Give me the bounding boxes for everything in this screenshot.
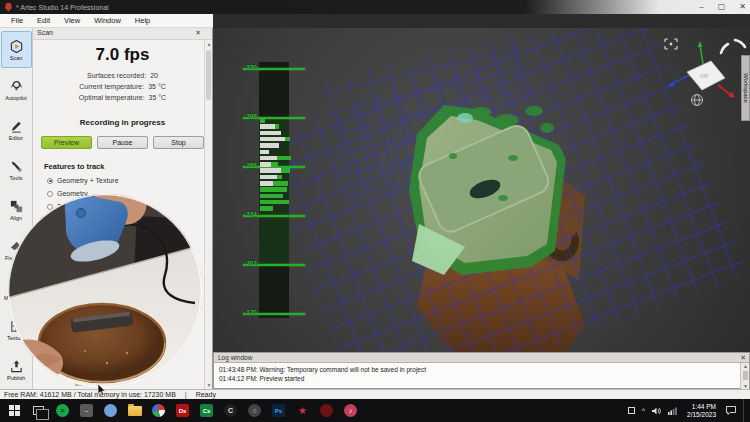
photoshop-glyph: Ps: [272, 404, 285, 417]
network-icon[interactable]: [668, 407, 677, 415]
sidebar-item-scan[interactable]: Scan: [1, 31, 32, 68]
sidebar-item-editor[interactable]: Editor: [1, 111, 32, 148]
taskbar-weather-cloud-icon[interactable]: [103, 403, 118, 418]
tablet-driver-glyph: –: [80, 404, 93, 417]
show-desktop-button[interactable]: [743, 399, 747, 422]
taskbar-photoshop-icon[interactable]: Ps: [271, 403, 286, 418]
rotate-view-icon[interactable]: [721, 40, 745, 53]
log-window-header[interactable]: Log window ✕: [214, 353, 749, 363]
log-scroll-thumb[interactable]: [743, 371, 748, 380]
taskbar-clock-app-icon[interactable]: ○: [247, 403, 262, 418]
histogram-bar: [260, 137, 290, 142]
taskbar-dark-red-app-icon[interactable]: [319, 403, 334, 418]
3d-viewport[interactable]: Top 330298266234202170 Workspace: [213, 28, 750, 352]
sidebar-item-label: Tools: [10, 175, 23, 181]
radio-icon[interactable]: [47, 178, 53, 184]
scan-buttons: PreviewPauseStop: [41, 136, 204, 149]
taskbar-browser-dark-icon[interactable]: C: [223, 403, 238, 418]
sidebar-item-autopilot[interactable]: Autopilot: [1, 71, 32, 108]
start-glyph: [9, 405, 20, 416]
taskbar-adobe-dx-icon[interactable]: Dx: [175, 403, 190, 418]
minimize-button[interactable]: –: [699, 0, 703, 14]
memory-status: Free RAM: 41612 MB / Total memory in use…: [4, 391, 176, 398]
scan-panel-header[interactable]: Scan ✕: [33, 28, 212, 40]
taskbar-task-view-icon[interactable]: [31, 403, 46, 418]
log-window: Log window ✕ 01:43:48 PM: Warning: Tempo…: [213, 352, 750, 389]
histogram-bar: [260, 200, 289, 205]
menu-edit[interactable]: Edit: [30, 14, 57, 28]
histogram-tick-label: 330: [241, 64, 257, 71]
close-button[interactable]: ✕: [739, 0, 746, 14]
volume-icon[interactable]: [652, 407, 661, 415]
taskbar-spotify-icon[interactable]: ≈: [55, 403, 70, 418]
stat-label: Surfaces recorded:: [87, 72, 146, 79]
clock-app-glyph: ○: [248, 404, 261, 417]
fps-readout: 7.0 fps: [33, 45, 212, 65]
artec-studio-window: * Artec Studio 14 Professional – ▢ ✕ Fil…: [0, 0, 750, 422]
taskbar-red-character-icon[interactable]: ★: [295, 403, 310, 418]
taskbar-music-pink-icon[interactable]: ♪: [343, 403, 358, 418]
panel-close-icon[interactable]: ✕: [195, 29, 201, 37]
log-line: 01:44:12 PM: Preview started: [219, 374, 737, 383]
weather-cloud-glyph: [104, 404, 117, 417]
histogram-tick-label: 298: [241, 113, 257, 120]
taskbar: ≈–DxCxC○Ps★♪ ^ 1:44 PM 2/15/2023: [0, 399, 750, 422]
webcam-overlay: [7, 193, 203, 389]
fit-view-icon[interactable]: [665, 39, 677, 49]
histogram-bar: [260, 150, 269, 155]
task-view-glyph: [33, 406, 44, 415]
editor-icon: [9, 119, 24, 134]
scanned-mesh: [409, 105, 566, 275]
mouse-cursor: [98, 384, 107, 396]
menu-file[interactable]: File: [4, 14, 30, 28]
log-scroll-up-icon[interactable]: ▲: [741, 363, 750, 369]
stat-row: Surfaces recorded:20: [87, 72, 158, 79]
histogram-bar: [260, 168, 290, 173]
taskbar-camtasia-cx-icon[interactable]: Cx: [199, 403, 214, 418]
panel-scrollbar[interactable]: ▲ ▼: [204, 40, 212, 389]
histogram-bar: [260, 131, 281, 136]
window-titlebar: * Artec Studio 14 Professional – ▢ ✕: [0, 0, 750, 14]
menu-window[interactable]: Window: [87, 14, 128, 28]
tray-chevron-icon[interactable]: ^: [642, 407, 645, 414]
taskbar-clock[interactable]: 1:44 PM 2/15/2023: [687, 403, 716, 418]
clock-time: 1:44 PM: [687, 403, 716, 411]
menu-help[interactable]: Help: [128, 14, 157, 28]
spotify-glyph: ≈: [56, 404, 69, 417]
ready-status: Ready: [196, 391, 216, 398]
sidebar-item-label: Scan: [10, 55, 23, 61]
workspace-tab[interactable]: Workspace: [741, 55, 750, 121]
taskbar-tablet-driver-icon[interactable]: –: [79, 403, 94, 418]
action-center-icon[interactable]: [726, 406, 736, 415]
histogram-tick-label: 202: [241, 260, 257, 267]
maximize-button[interactable]: ▢: [718, 0, 726, 14]
feature-option[interactable]: Geometry + Texture: [47, 177, 212, 184]
menu-row: FileEditViewWindowHelp: [0, 14, 750, 28]
depth-histogram: 330298266234202170: [241, 58, 319, 326]
scrollbar-thumb[interactable]: [206, 50, 211, 100]
log-messages: 01:43:48 PM: Warning: Temporary command …: [214, 363, 742, 389]
scroll-down-icon[interactable]: ▼: [205, 382, 213, 388]
taskbar-photos-icon[interactable]: [151, 403, 166, 418]
log-close-icon[interactable]: ✕: [740, 353, 746, 363]
features-heading: Features to track: [44, 162, 212, 171]
stat-value: 35 °C: [149, 94, 167, 101]
preview-button[interactable]: Preview: [41, 136, 92, 149]
taskbar-file-explorer-icon[interactable]: [127, 403, 142, 418]
globe-icon[interactable]: [692, 95, 703, 106]
pause-button[interactable]: Pause: [97, 136, 148, 149]
status-bar: Free RAM: 41612 MB / Total memory in use…: [0, 389, 750, 399]
sidebar-item-tools[interactable]: Tools: [1, 151, 32, 188]
tray-app-icon[interactable]: [628, 407, 635, 414]
stop-button[interactable]: Stop: [153, 136, 204, 149]
recording-status: Recording in progress: [33, 118, 212, 127]
stat-row: Current temperature:35 °C: [79, 83, 166, 90]
menu-view[interactable]: View: [57, 14, 87, 28]
app-icon: [5, 3, 12, 12]
camtasia-cx-glyph: Cx: [200, 404, 213, 417]
scroll-up-icon[interactable]: ▲: [205, 41, 213, 47]
nav-cube[interactable]: Top: [667, 41, 735, 98]
taskbar-start-icon[interactable]: [7, 403, 22, 418]
log-scrollbar[interactable]: ▲ ▼: [740, 363, 749, 389]
autopilot-icon: [9, 79, 24, 94]
